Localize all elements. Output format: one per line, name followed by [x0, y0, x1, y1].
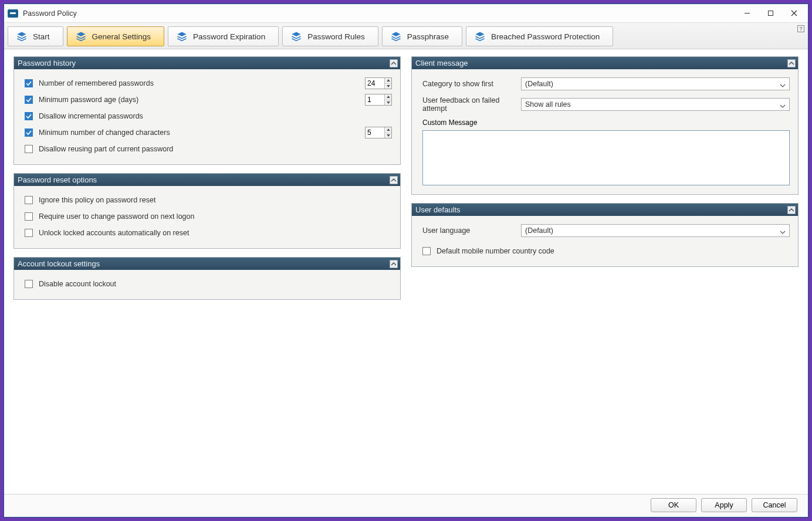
- app-icon: [8, 9, 18, 18]
- spin-down[interactable]: [385, 133, 391, 138]
- panel-header: Password reset options: [14, 174, 400, 186]
- panel-header: Account lockout settings: [14, 258, 400, 270]
- panel-title: Account lockout settings: [18, 259, 100, 268]
- check-icon: [26, 97, 32, 103]
- close-button[interactable]: [782, 5, 806, 22]
- chevron-up-icon: [387, 79, 390, 82]
- select-feedback[interactable]: Show all rules: [521, 98, 790, 111]
- label-min-changed-chars: Minimum number of changed characters: [39, 128, 365, 137]
- tab-general-settings[interactable]: General Settings: [67, 26, 165, 46]
- spinner-input[interactable]: [366, 78, 384, 89]
- label-user-language: User language: [422, 226, 521, 235]
- tab-password-expiration[interactable]: Password Expiration: [168, 26, 279, 46]
- content-area: Password history Number of remembered pa…: [4, 49, 808, 494]
- checkbox-unlock-accounts[interactable]: [25, 229, 33, 237]
- checkbox-remembered-passwords[interactable]: [25, 79, 33, 87]
- chevron-down-icon: [780, 83, 786, 88]
- spin-down[interactable]: [385, 84, 391, 89]
- footer: OK Apply Cancel: [4, 494, 808, 517]
- label-disallow-incremental: Disallow incremental passwords: [39, 112, 392, 120]
- checkbox-require-change[interactable]: [25, 212, 33, 221]
- label-min-password-age: Minimum password age (days): [39, 96, 365, 104]
- close-icon: [791, 10, 797, 16]
- help-icon[interactable]: ?: [797, 25, 804, 32]
- tab-label: Password Expiration: [193, 32, 265, 41]
- stack-icon: [16, 31, 27, 42]
- spinner-min-changed-chars[interactable]: [365, 127, 392, 138]
- svg-rect-1: [768, 11, 773, 16]
- titlebar: Password Policy: [4, 4, 808, 23]
- stack-icon: [391, 31, 401, 42]
- stack-icon: [475, 31, 485, 42]
- checkbox-disallow-reuse[interactable]: [25, 145, 33, 153]
- spinner-remembered-passwords[interactable]: [365, 77, 392, 89]
- panel-header: Client message: [412, 57, 798, 69]
- stack-icon: [291, 31, 302, 42]
- checkbox-min-password-age[interactable]: [25, 96, 33, 104]
- collapse-button[interactable]: [787, 59, 796, 67]
- spin-up[interactable]: [385, 94, 391, 100]
- collapse-button[interactable]: [390, 59, 398, 67]
- panel-password-history: Password history Number of remembered pa…: [13, 56, 401, 165]
- checkbox-ignore-policy[interactable]: [25, 196, 33, 204]
- label-category: Category to show first: [422, 80, 521, 88]
- label-remembered-passwords: Number of remembered passwords: [39, 79, 365, 87]
- ok-button[interactable]: OK: [651, 498, 696, 512]
- label-require-change: Require user to change password on next …: [39, 212, 392, 221]
- select-value: (Default): [525, 80, 553, 88]
- tab-start[interactable]: Start: [8, 26, 63, 46]
- tab-passphrase[interactable]: Passphrase: [382, 26, 462, 46]
- chevron-down-icon: [387, 102, 390, 104]
- panel-header: Password history: [14, 57, 400, 69]
- chevron-up-icon: [789, 61, 794, 66]
- chevron-up-icon: [391, 262, 396, 266]
- textarea-custom-message[interactable]: [422, 130, 790, 185]
- panel-title: User defaults: [415, 205, 461, 214]
- minimize-button[interactable]: [735, 5, 759, 22]
- tab-label: Password Rules: [307, 32, 365, 41]
- select-category[interactable]: (Default): [521, 77, 790, 90]
- cancel-button[interactable]: Cancel: [752, 498, 797, 512]
- check-icon: [26, 130, 32, 136]
- apply-button[interactable]: Apply: [701, 498, 747, 512]
- label-disallow-reuse: Disallow reusing part of current passwor…: [39, 145, 392, 153]
- maximize-button[interactable]: [759, 5, 782, 22]
- stack-icon: [177, 31, 187, 42]
- chevron-up-icon: [387, 96, 390, 98]
- tab-label: General Settings: [92, 32, 151, 41]
- chevron-up-icon: [789, 208, 794, 212]
- spinner-input[interactable]: [366, 127, 384, 138]
- minimize-icon: [744, 10, 750, 16]
- tab-label: Breached Password Protection: [491, 32, 600, 41]
- check-icon: [26, 80, 32, 86]
- panel-title: Password history: [18, 59, 76, 67]
- collapse-button[interactable]: [390, 176, 398, 184]
- check-icon: [26, 113, 32, 119]
- spin-down[interactable]: [385, 100, 391, 106]
- tab-password-rules[interactable]: Password Rules: [282, 26, 378, 46]
- right-column: Client message Category to show first (D…: [411, 56, 799, 490]
- spinner-input[interactable]: [366, 94, 384, 105]
- tab-label: Passphrase: [407, 32, 449, 41]
- left-column: Password history Number of remembered pa…: [13, 56, 401, 490]
- chevron-up-icon: [391, 178, 396, 182]
- spinner-min-password-age[interactable]: [365, 94, 392, 106]
- checkbox-disallow-incremental[interactable]: [25, 112, 33, 120]
- label-custom-message: Custom Message: [422, 119, 790, 127]
- chevron-up-icon: [391, 61, 396, 66]
- label-disable-lockout: Disable account lockout: [39, 280, 392, 288]
- checkbox-default-mobile-code[interactable]: [422, 247, 431, 255]
- panel-header: User defaults: [412, 204, 798, 216]
- checkbox-min-changed-chars[interactable]: [25, 128, 33, 137]
- tab-breached-password[interactable]: Breached Password Protection: [466, 26, 613, 46]
- panel-client-message: Client message Category to show first (D…: [411, 56, 799, 195]
- collapse-button[interactable]: [787, 206, 796, 214]
- checkbox-disable-lockout[interactable]: [25, 280, 33, 288]
- spin-up[interactable]: [385, 127, 391, 133]
- collapse-button[interactable]: [390, 260, 398, 268]
- panel-account-lockout: Account lockout settings Disable account…: [13, 257, 401, 300]
- tab-label: Start: [33, 32, 50, 41]
- select-user-language[interactable]: (Default): [521, 224, 790, 237]
- chevron-down-icon: [780, 230, 786, 235]
- spin-up[interactable]: [385, 78, 391, 84]
